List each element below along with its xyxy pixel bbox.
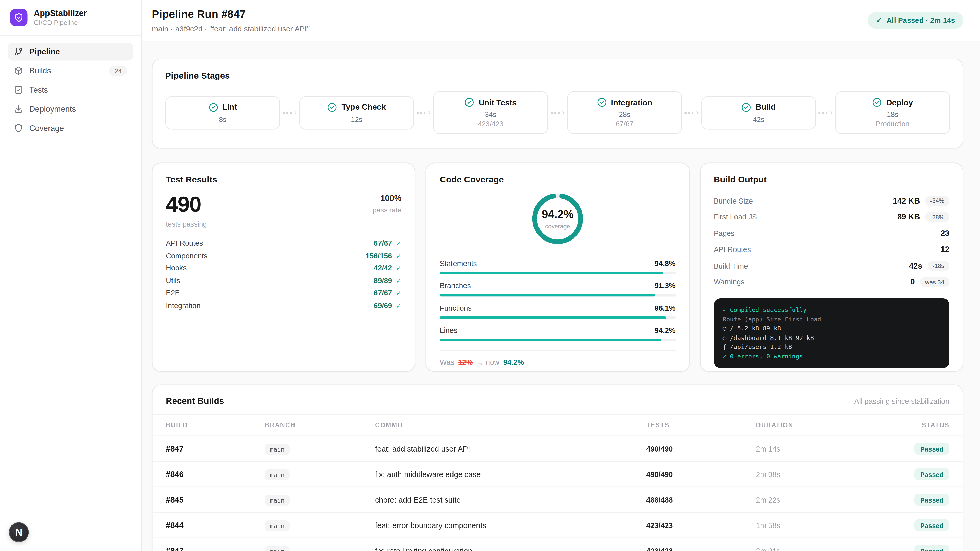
pipeline-stages-card: Pipeline Stages Lint 8s › Type Check 12s xyxy=(152,59,963,149)
stage-sublabel: Production xyxy=(876,120,909,127)
metrics-row: Test Results 490 tests passing 100% pass… xyxy=(152,163,963,372)
metric-value: 12 xyxy=(940,245,950,254)
sidebar-item-pipeline[interactable]: Pipeline xyxy=(8,43,134,60)
tests-count: 423/423 xyxy=(646,547,756,551)
terminal-line: ƒ /api/users 1.2 kB — xyxy=(723,343,940,352)
brand-subtitle: CI/CD Pipeline xyxy=(34,19,87,27)
suite-label: E2E xyxy=(166,289,180,297)
test-suite-row: API Routes 67/67✓ xyxy=(166,237,401,249)
bar-label: Branches xyxy=(440,282,471,289)
stage-build[interactable]: Build 42s xyxy=(701,96,816,129)
build-output-row: Warnings 0was 34 xyxy=(714,274,950,290)
table-row[interactable]: #844 main feat: error boundary component… xyxy=(153,512,963,538)
build-output-row: First Load JS 89 KB-28% xyxy=(714,209,950,225)
build-output-list: Bundle Size 142 KB-34% First Load JS 89 … xyxy=(714,192,950,290)
run-title-block: Pipeline Run #847 main · a3f9c2d · "feat… xyxy=(152,8,310,33)
coverage-title: Code Coverage xyxy=(440,175,675,184)
check-icon: ✓ xyxy=(396,302,401,309)
coverage-bar-row: Functions96.1% xyxy=(440,304,675,319)
status-pill: Passed xyxy=(915,494,950,506)
suite-value: 89/89 xyxy=(374,277,392,284)
metric-label: First Load JS xyxy=(714,213,757,221)
commit-message: fix: auth middleware edge case xyxy=(375,470,646,478)
coverage-bar-row: Lines94.2% xyxy=(440,327,675,341)
tests-count: 490/490 xyxy=(646,445,756,453)
bar-value: 91.3% xyxy=(655,282,676,289)
stage-lint[interactable]: Lint 8s xyxy=(165,96,280,129)
stage-name: Deploy xyxy=(886,98,913,107)
branch-badge: main xyxy=(265,520,290,531)
progress-fill xyxy=(440,294,655,297)
suite-value: 67/67 xyxy=(374,289,392,297)
sidebar-item-coverage[interactable]: Coverage xyxy=(8,119,134,137)
bar-value: 94.2% xyxy=(655,327,676,334)
recent-builds-note: All passing since stabilization xyxy=(854,397,950,405)
stage-unit-tests[interactable]: Unit Tests 34s 423/423 xyxy=(433,91,548,134)
stage-type-check[interactable]: Type Check 12s xyxy=(299,96,414,129)
recent-builds-title: Recent Builds xyxy=(166,396,224,406)
run-subtitle: main · a3f9c2d · "feat: add stabilized u… xyxy=(152,24,310,33)
check-circle-icon xyxy=(328,102,337,112)
coverage-bars: Statements94.8% Branches91.3% Functions9… xyxy=(440,260,675,341)
branch-badge: main xyxy=(265,495,290,506)
tests-count: 490/490 xyxy=(646,470,756,478)
progress-track xyxy=(440,272,675,274)
column-header-branch: BRANCH xyxy=(265,422,375,429)
metric-value: 42s xyxy=(909,261,922,270)
test-suite-row: E2E 67/67✓ xyxy=(166,287,401,299)
suite-label: Utils xyxy=(166,277,180,284)
terminal-line: Route (app) Size First Load xyxy=(723,315,940,324)
tests-passing-count: 490 xyxy=(166,193,207,216)
check-circle-icon xyxy=(208,102,218,112)
builds-count-badge: 24 xyxy=(109,65,127,76)
terminal-line: ✓ Compiled successfully xyxy=(723,306,940,315)
test-suite-row: Hooks 42/42✓ xyxy=(166,262,401,275)
table-row[interactable]: #845 main chore: add E2E test suite 488/… xyxy=(153,487,963,512)
build-duration: 2m 01s xyxy=(756,547,899,551)
test-results-stats: 490 tests passing 100% pass rate xyxy=(166,193,401,227)
table-row[interactable]: #846 main fix: auth middleware edge case… xyxy=(153,461,963,487)
sidebar-item-builds[interactable]: Builds 24 xyxy=(8,62,134,79)
build-output-row: Bundle Size 142 KB-34% xyxy=(714,192,950,209)
stage-name: Integration xyxy=(611,98,652,107)
stage-duration: 12s xyxy=(351,115,362,123)
recent-builds-card: Recent Builds All passing since stabiliz… xyxy=(152,385,963,551)
terminal-line: ○ / 5.2 kB 89 kB xyxy=(723,324,940,333)
table-row[interactable]: #847 main feat: add stabilized user API … xyxy=(153,436,963,461)
metric-value: 23 xyxy=(940,229,950,238)
sidebar-item-label: Tests xyxy=(29,86,48,94)
nextjs-dev-badge[interactable]: N xyxy=(9,522,29,542)
coverage-bar-row: Statements94.8% xyxy=(440,260,675,275)
build-number: #843 xyxy=(166,546,265,551)
sidebar-item-label: Builds xyxy=(29,66,51,75)
build-duration: 2m 22s xyxy=(756,496,899,503)
metric-delta-badge: -28% xyxy=(925,212,950,222)
test-suite-row: Components 156/156✓ xyxy=(166,249,401,262)
suite-label: Components xyxy=(166,252,207,259)
status-pill: Passed xyxy=(915,545,950,551)
stage-connector: › xyxy=(548,109,567,116)
commit-message: feat: error boundary components xyxy=(375,521,646,530)
stage-integration[interactable]: Integration 28s 67/67 xyxy=(567,91,682,134)
table-row[interactable]: #843 main fix: rate limiting configurati… xyxy=(153,538,963,551)
arrow-now-label: → now xyxy=(476,359,499,366)
git-branch-icon xyxy=(14,47,23,56)
commit-message: fix: rate limiting configuration xyxy=(375,546,646,551)
terminal-line: ○ /dashboard 8.1 kB 92 kB xyxy=(723,333,940,342)
status-badge-label: All Passed · 2m 14s xyxy=(886,17,955,24)
build-output-row: API Routes 12 xyxy=(714,241,950,258)
metric-value: 0 xyxy=(910,278,915,286)
sidebar-item-tests[interactable]: Tests xyxy=(8,81,134,99)
metric-value: 142 KB xyxy=(893,196,920,205)
bar-label: Statements xyxy=(440,260,477,267)
stages-title: Pipeline Stages xyxy=(165,71,950,81)
table-header-row: BUILD BRANCH COMMIT TESTS DURATION STATU… xyxy=(153,414,963,436)
square-check-icon xyxy=(14,86,23,94)
metric-delta-badge: -34% xyxy=(925,196,950,206)
check-circle-icon xyxy=(597,98,607,107)
check-circle-icon xyxy=(741,102,751,112)
topbar: Pipeline Run #847 main · a3f9c2d · "feat… xyxy=(142,0,980,41)
sidebar-item-deployments[interactable]: Deployments xyxy=(8,100,134,118)
check-icon: ✓ xyxy=(396,252,401,259)
stage-deploy[interactable]: Deploy 18s Production xyxy=(835,91,950,134)
